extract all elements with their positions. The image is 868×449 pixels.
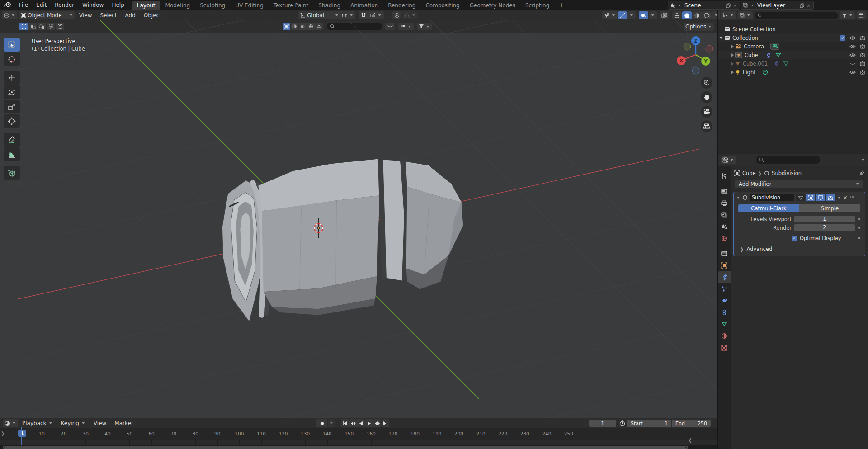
play-reverse-button[interactable] <box>357 419 365 427</box>
tab-collection[interactable] <box>718 248 731 260</box>
workspace-tab[interactable]: Compositing <box>421 1 464 10</box>
render-visibility-icon[interactable] <box>860 52 865 57</box>
timeline-editor-type[interactable] <box>3 419 18 427</box>
prev-keyframe-button[interactable] <box>349 419 357 427</box>
outliner-item-label[interactable]: Camera <box>741 43 764 50</box>
current-frame-marker[interactable]: 1 <box>18 430 26 437</box>
viewport-menu-item[interactable]: Select <box>96 12 121 19</box>
outliner-row-scene-collection[interactable]: Scene Collection <box>718 25 868 33</box>
gizmo-axis-y-neg[interactable] <box>684 43 691 50</box>
tab-constraints[interactable] <box>718 307 731 318</box>
outliner-row-cube[interactable]: Cube <box>718 51 868 59</box>
keying-set-dropdown[interactable] <box>328 419 335 427</box>
jump-to-start-button[interactable] <box>341 419 349 427</box>
show-overlays-toggle[interactable] <box>639 11 648 19</box>
tool-transform[interactable] <box>4 114 20 128</box>
menu-item[interactable]: File <box>15 0 32 10</box>
modifier-name-field[interactable]: Subdivision <box>750 194 794 201</box>
new-viewlayer-icon[interactable] <box>800 3 804 8</box>
end-frame-field[interactable]: End 250 <box>672 420 711 427</box>
pan-button[interactable] <box>701 91 712 103</box>
gizmo-settings[interactable] <box>627 11 636 19</box>
eye-icon[interactable] <box>849 44 856 49</box>
advanced-section[interactable]: ❯ Advanced <box>734 242 865 253</box>
shading-solid-button[interactable] <box>682 11 692 19</box>
auto-keying-button[interactable] <box>316 419 327 427</box>
workspace-tab[interactable]: Shading <box>314 1 345 10</box>
modifier-wrench-icon[interactable] <box>773 61 778 66</box>
tab-render[interactable] <box>718 185 731 197</box>
expand-arrow-icon[interactable] <box>719 37 723 39</box>
snap-toggle[interactable] <box>359 11 368 19</box>
outliner-item-label[interactable]: Collection <box>730 35 758 41</box>
menu-item[interactable]: Help <box>108 0 128 10</box>
playback-menu[interactable]: Playback <box>18 418 57 429</box>
render-visibility-icon[interactable] <box>860 61 865 66</box>
tool-move[interactable] <box>4 71 20 85</box>
shading-wireframe-button[interactable] <box>672 11 682 19</box>
toggle-realtime-display[interactable] <box>816 194 825 201</box>
workspace-tab[interactable]: Geometry Nodes <box>465 1 520 10</box>
expand-arrow-icon[interactable] <box>731 62 734 66</box>
gizmo-axis-z-neg[interactable] <box>692 67 699 74</box>
collapse-sidebar-icon[interactable]: ❮ <box>689 438 692 443</box>
outliner-item-label[interactable]: Cube.001 <box>741 61 768 67</box>
horizontal-scrollbar[interactable] <box>3 446 688 449</box>
viewlayer-selector[interactable]: ViewLayer ✕ <box>741 1 814 10</box>
viewport-menu-item[interactable]: Object <box>140 12 165 19</box>
workspace-tab[interactable]: Layout <box>132 1 160 10</box>
animate-dot-icon[interactable] <box>858 237 860 239</box>
collection-checkbox[interactable]: ✓ <box>840 35 845 41</box>
render-visibility-icon[interactable] <box>860 44 865 49</box>
collapse-chevron-icon[interactable] <box>736 195 741 200</box>
tool-annotate[interactable] <box>4 133 20 147</box>
menu-item[interactable]: Render <box>51 0 78 10</box>
animate-dot-icon[interactable] <box>858 218 860 220</box>
toggle-orthographic-button[interactable] <box>701 120 712 132</box>
workspace-tab[interactable]: Sculpting <box>195 1 230 10</box>
object-type-visibility[interactable] <box>602 11 618 19</box>
tab-world[interactable] <box>718 232 731 244</box>
playhead-line[interactable] <box>21 427 22 445</box>
next-keyframe-button[interactable] <box>373 419 381 427</box>
view-menu[interactable]: View <box>90 418 110 429</box>
new-scene-icon[interactable] <box>726 3 731 8</box>
menu-item[interactable]: Edit <box>32 0 51 10</box>
workspace-tab[interactable]: Texture Paint <box>269 1 313 10</box>
levels-viewport-field[interactable]: 1 <box>794 216 855 222</box>
workspace-tab[interactable]: Modeling <box>161 1 195 10</box>
play-button[interactable] <box>365 419 373 427</box>
scene-selector[interactable]: Scene ✕ <box>668 1 740 10</box>
viewport-menu-item[interactable]: Add <box>121 12 140 19</box>
add-modifier-button[interactable]: Add Modifier <box>735 180 863 188</box>
outliner-display-mode[interactable] <box>721 11 736 19</box>
unlink-viewlayer-icon[interactable]: ✕ <box>806 3 811 8</box>
scene-name[interactable]: Scene <box>684 2 724 9</box>
tab-scene[interactable] <box>718 221 731 232</box>
drag-handle-icon[interactable] <box>850 195 854 200</box>
tool-scale[interactable] <box>4 100 20 113</box>
chevron-down-icon[interactable] <box>861 158 865 162</box>
type-simple-button[interactable]: Simple <box>799 204 860 212</box>
tool-rotate[interactable] <box>4 85 20 99</box>
jump-to-end-button[interactable] <box>382 419 389 427</box>
tab-material[interactable] <box>718 330 731 342</box>
pivot-point-button[interactable] <box>340 11 355 19</box>
keying-menu[interactable]: Keying <box>57 418 90 429</box>
camera-view-button[interactable] <box>701 106 712 118</box>
add-workspace-button[interactable]: + <box>555 0 568 10</box>
pin-icon[interactable] <box>859 170 864 176</box>
navigation-gizmo[interactable]: Z X Y <box>675 34 716 75</box>
mode-selector[interactable]: Object Mode <box>19 11 75 19</box>
outliner-row-camera[interactable]: Camera <box>718 42 868 51</box>
proportional-falloff[interactable] <box>402 11 418 19</box>
modifier-wrench-icon[interactable] <box>765 52 771 58</box>
proportional-edit-toggle[interactable] <box>392 11 401 19</box>
editor-type-button[interactable] <box>2 11 17 19</box>
shading-settings[interactable] <box>712 11 720 19</box>
workspace-tab[interactable]: Animation <box>346 1 382 10</box>
tab-object-data[interactable] <box>718 318 731 330</box>
xray-toggle[interactable] <box>660 11 669 19</box>
tab-modifiers[interactable] <box>718 271 731 283</box>
expand-arrow-icon[interactable] <box>731 71 734 74</box>
